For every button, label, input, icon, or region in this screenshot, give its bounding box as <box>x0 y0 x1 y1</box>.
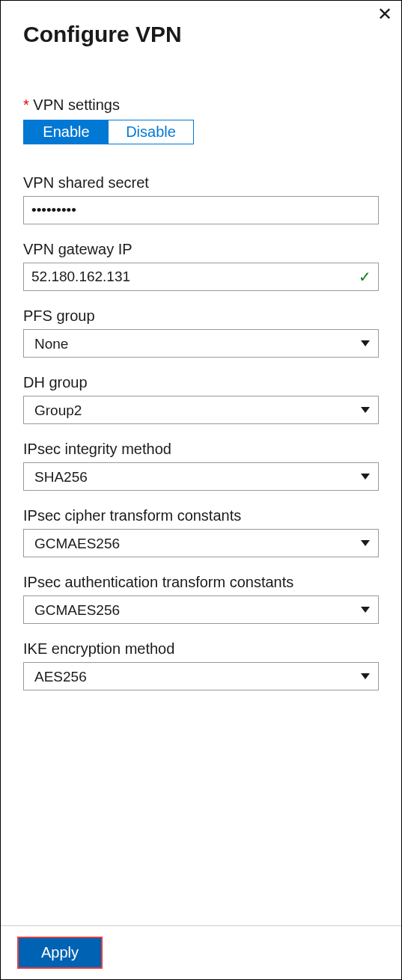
ipsec-integrity-select[interactable]: SHA256 <box>23 462 379 491</box>
panel-footer: Apply <box>1 925 401 979</box>
gateway-ip-input[interactable] <box>23 263 379 291</box>
ipsec-integrity-label: IPsec integrity method <box>23 441 379 458</box>
panel-content: VPN settings Enable Disable VPN shared s… <box>1 55 401 925</box>
ike-encryption-select[interactable]: AES256 <box>23 662 379 690</box>
ipsec-auth-select[interactable]: GCMAES256 <box>23 595 379 624</box>
ipsec-cipher-select[interactable]: GCMAES256 <box>23 529 379 557</box>
gateway-ip-label: VPN gateway IP <box>23 241 379 258</box>
dh-group-select[interactable]: Group2 <box>23 396 379 424</box>
vpn-disable-button[interactable]: Disable <box>109 120 193 144</box>
ipsec-cipher-label: IPsec cipher transform constants <box>23 507 379 524</box>
ike-encryption-label: IKE encryption method <box>23 640 379 658</box>
dh-group-label: DH group <box>23 374 379 391</box>
close-icon[interactable]: ✕ <box>377 5 392 23</box>
apply-button[interactable]: Apply <box>17 937 103 969</box>
vpn-settings-toggle: Enable Disable <box>23 120 194 144</box>
pfs-group-label: PFS group <box>23 307 379 325</box>
vpn-enable-button[interactable]: Enable <box>24 120 109 144</box>
shared-secret-input[interactable] <box>23 196 379 224</box>
ipsec-auth-label: IPsec authentication transform constants <box>23 574 379 591</box>
shared-secret-label: VPN shared secret <box>23 174 379 192</box>
vpn-settings-label: VPN settings <box>23 97 379 114</box>
panel-header: Configure VPN ✕ <box>1 1 401 55</box>
panel-title: Configure VPN <box>23 22 379 47</box>
pfs-group-select[interactable]: None <box>23 329 379 358</box>
